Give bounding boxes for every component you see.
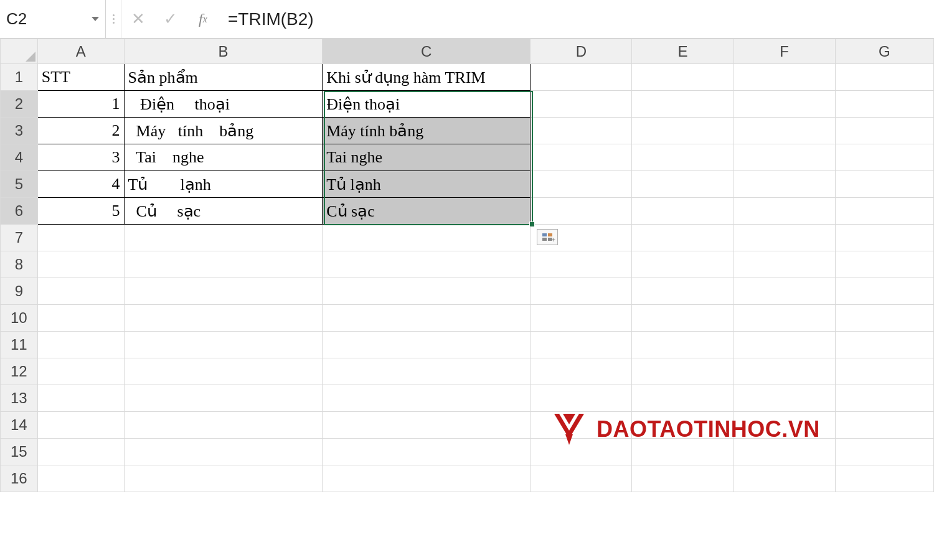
- cell[interactable]: [835, 278, 933, 305]
- cell[interactable]: [531, 358, 632, 385]
- cell[interactable]: [531, 332, 632, 358]
- cell[interactable]: [734, 358, 835, 385]
- row-header-7[interactable]: 7: [1, 225, 38, 251]
- cell[interactable]: [734, 251, 835, 278]
- cell[interactable]: [835, 385, 933, 412]
- row-header-2[interactable]: 2: [1, 91, 38, 118]
- cell-E2[interactable]: [632, 91, 734, 118]
- cell-A1[interactable]: STT: [37, 64, 124, 91]
- cell[interactable]: [37, 358, 124, 385]
- cell-C1[interactable]: Khi sử dụng hàm TRIM: [323, 64, 531, 91]
- confirm-formula-button[interactable]: ✓: [154, 0, 187, 38]
- quick-analysis-icon[interactable]: +: [537, 229, 558, 245]
- row-header-5[interactable]: 5: [1, 171, 38, 198]
- col-header-D[interactable]: D: [531, 39, 632, 64]
- cell-G6[interactable]: [835, 198, 933, 225]
- cell[interactable]: [734, 332, 835, 358]
- cell-F4[interactable]: [734, 144, 835, 171]
- cell[interactable]: [835, 332, 933, 358]
- cell-G1[interactable]: [835, 64, 933, 91]
- cell-A3[interactable]: 2: [37, 118, 124, 144]
- cell-E6[interactable]: [632, 198, 734, 225]
- cell-F1[interactable]: [734, 64, 835, 91]
- cell[interactable]: [124, 439, 323, 465]
- row-header-1[interactable]: 1: [1, 64, 38, 91]
- cell[interactable]: [734, 305, 835, 332]
- cell-A6[interactable]: 5: [37, 198, 124, 225]
- col-header-G[interactable]: G: [835, 39, 933, 64]
- row-header-15[interactable]: 15: [1, 439, 38, 465]
- cell[interactable]: [323, 225, 531, 251]
- cell-B4[interactable]: Tai nghe: [124, 144, 323, 171]
- row-header-13[interactable]: 13: [1, 385, 38, 412]
- cell[interactable]: [323, 305, 531, 332]
- row-header-14[interactable]: 14: [1, 412, 38, 439]
- cell-C6[interactable]: Củ sạc: [323, 198, 531, 225]
- cell-B6[interactable]: Củ sạc: [124, 198, 323, 225]
- cell-G5[interactable]: [835, 171, 933, 198]
- cell[interactable]: [124, 251, 323, 278]
- cell[interactable]: [124, 305, 323, 332]
- cell[interactable]: [124, 225, 323, 251]
- cell[interactable]: [323, 439, 531, 465]
- cell[interactable]: [323, 251, 531, 278]
- cell[interactable]: [37, 412, 124, 439]
- cell[interactable]: [37, 278, 124, 305]
- cell[interactable]: [124, 358, 323, 385]
- cell-B1[interactable]: Sản phẩm: [124, 64, 323, 91]
- cell-F5[interactable]: [734, 171, 835, 198]
- cell-G4[interactable]: [835, 144, 933, 171]
- cell[interactable]: [835, 412, 933, 439]
- cell-E4[interactable]: [632, 144, 734, 171]
- cell[interactable]: [124, 465, 323, 492]
- cell[interactable]: [734, 385, 835, 412]
- cell-C4[interactable]: Tai nghe: [323, 144, 531, 171]
- cell-E3[interactable]: [632, 118, 734, 144]
- name-box[interactable]: C2: [0, 0, 106, 38]
- cell[interactable]: [323, 332, 531, 358]
- row-header-9[interactable]: 9: [1, 278, 38, 305]
- cell-C3[interactable]: Máy tính bảng: [323, 118, 531, 144]
- cell[interactable]: [531, 385, 632, 412]
- cell-D2[interactable]: [531, 91, 632, 118]
- cell[interactable]: [37, 465, 124, 492]
- cell-D5[interactable]: [531, 171, 632, 198]
- cell-G2[interactable]: [835, 91, 933, 118]
- cell-F2[interactable]: [734, 91, 835, 118]
- cell-C5[interactable]: Tủ lạnh: [323, 171, 531, 198]
- cell[interactable]: [734, 278, 835, 305]
- col-header-E[interactable]: E: [632, 39, 734, 64]
- row-header-10[interactable]: 10: [1, 305, 38, 332]
- cell-B2[interactable]: Điện thoại: [124, 91, 323, 118]
- cell[interactable]: [632, 225, 734, 251]
- cell[interactable]: [835, 465, 933, 492]
- cell[interactable]: [531, 278, 632, 305]
- cell[interactable]: [124, 278, 323, 305]
- cell[interactable]: [323, 465, 531, 492]
- cell[interactable]: [531, 251, 632, 278]
- cell-D3[interactable]: [531, 118, 632, 144]
- cell[interactable]: [37, 439, 124, 465]
- cell[interactable]: [734, 225, 835, 251]
- cell-D6[interactable]: [531, 198, 632, 225]
- cell[interactable]: [632, 278, 734, 305]
- col-header-A[interactable]: A: [37, 39, 124, 64]
- cell[interactable]: [323, 385, 531, 412]
- cell[interactable]: [835, 251, 933, 278]
- row-header-8[interactable]: 8: [1, 251, 38, 278]
- cell-E5[interactable]: [632, 171, 734, 198]
- cancel-formula-button[interactable]: ✕: [122, 0, 154, 38]
- col-header-C[interactable]: C: [323, 39, 531, 64]
- cell[interactable]: [531, 305, 632, 332]
- cell[interactable]: [835, 358, 933, 385]
- cell[interactable]: [323, 358, 531, 385]
- cell[interactable]: [124, 412, 323, 439]
- cell[interactable]: [37, 332, 124, 358]
- cell[interactable]: [323, 278, 531, 305]
- cell-E1[interactable]: [632, 64, 734, 91]
- cell[interactable]: [37, 305, 124, 332]
- cell[interactable]: [632, 305, 734, 332]
- row-header-3[interactable]: 3: [1, 118, 38, 144]
- cell-B5[interactable]: Tủ lạnh: [124, 171, 323, 198]
- cell-F6[interactable]: [734, 198, 835, 225]
